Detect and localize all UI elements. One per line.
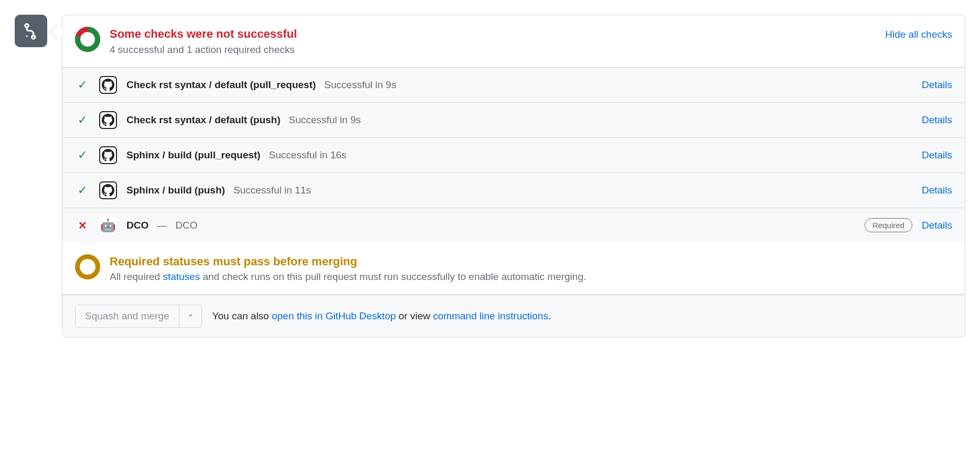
check-name: Check rst syntax / default (push) xyxy=(126,114,281,126)
x-icon: ✕ xyxy=(78,219,87,232)
status-donut-icon xyxy=(75,27,100,52)
check-row: ✓Sphinx / build (pull_request)Successful… xyxy=(62,138,965,173)
required-status-section: Required statuses must pass before mergi… xyxy=(62,243,965,295)
hide-all-checks-link[interactable]: Hide all checks xyxy=(885,29,952,40)
open-github-desktop-link[interactable]: open this in GitHub Desktop xyxy=(272,310,396,321)
check-details-link[interactable]: Details xyxy=(922,185,952,196)
required-status-subtitle: All required statuses and check runs on … xyxy=(110,271,952,283)
check-icon: ✓ xyxy=(78,113,87,127)
merge-status-box: Some checks were not successful 4 succes… xyxy=(62,15,965,338)
check-details-link[interactable]: Details xyxy=(922,149,952,161)
github-avatar-icon xyxy=(99,146,117,164)
check-status-text: Successful in 16s xyxy=(269,149,346,161)
check-status-text: Successful in 9s xyxy=(324,79,396,91)
pending-ring-icon xyxy=(75,254,100,279)
check-icon: ✓ xyxy=(78,78,87,92)
check-row: ✓Sphinx / build (push)Successful in 11sD… xyxy=(62,173,965,208)
check-name: Sphinx / build (push) xyxy=(126,185,225,196)
squash-and-merge-button[interactable]: Squash and merge xyxy=(75,305,179,328)
merge-footer-text: You can also open this in GitHub Desktop… xyxy=(212,310,551,322)
check-icon: ✓ xyxy=(78,184,87,197)
github-avatar-icon xyxy=(99,181,117,199)
command-line-instructions-link[interactable]: command line instructions xyxy=(433,310,548,321)
bot-avatar-icon: 🤖 xyxy=(99,217,117,234)
checks-summary-subtitle: 4 successful and 1 action required check… xyxy=(110,44,876,56)
git-merge-icon xyxy=(15,15,47,47)
statuses-link[interactable]: statuses xyxy=(163,271,200,282)
check-name: DCO xyxy=(126,220,148,231)
check-details-link[interactable]: Details xyxy=(922,114,952,126)
required-badge: Required xyxy=(865,218,912,232)
check-status-text: Successful in 11s xyxy=(233,185,311,196)
merge-button-group: Squash and merge xyxy=(75,305,202,328)
github-avatar-icon xyxy=(99,111,117,129)
check-name: Sphinx / build (pull_request) xyxy=(126,149,260,161)
check-row: ✓Check rst syntax / default (push)Succes… xyxy=(62,103,965,138)
check-name: Check rst syntax / default (pull_request… xyxy=(126,79,316,91)
chevron-down-icon xyxy=(187,312,194,319)
check-status-text: Successful in 9s xyxy=(289,114,361,126)
merge-footer: Squash and merge You can also open this … xyxy=(62,295,965,337)
merge-dropdown-button[interactable] xyxy=(179,305,202,328)
callout-arrow xyxy=(47,26,62,41)
check-details-link[interactable]: Details xyxy=(922,220,952,231)
required-status-title: Required statuses must pass before mergi… xyxy=(110,254,952,269)
check-row: ✕🤖DCO—DCORequiredDetails xyxy=(62,208,965,243)
github-avatar-icon xyxy=(99,76,117,94)
check-row: ✓Check rst syntax / default (pull_reques… xyxy=(62,68,965,103)
checks-list: ✓Check rst syntax / default (pull_reques… xyxy=(62,68,965,243)
checks-summary-section: Some checks were not successful 4 succes… xyxy=(62,15,965,68)
checks-summary-title: Some checks were not successful xyxy=(110,27,876,42)
check-status-text: DCO xyxy=(175,220,197,231)
check-details-link[interactable]: Details xyxy=(922,79,952,91)
check-icon: ✓ xyxy=(78,148,87,162)
check-dash: — xyxy=(157,220,167,231)
